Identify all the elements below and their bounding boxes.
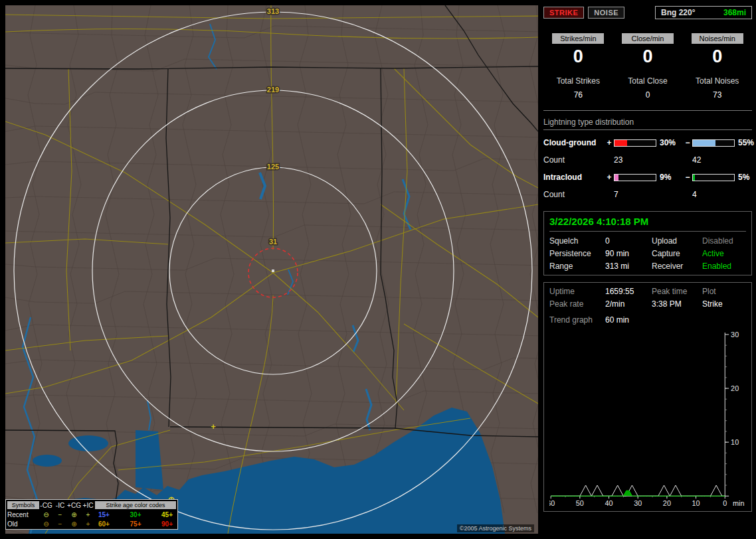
capture-status: Active: [702, 249, 746, 258]
count-label: Count: [543, 190, 605, 199]
minus-sign: −: [683, 138, 692, 147]
age-code: 30+: [130, 511, 142, 518]
legend-age-header: Strike age color codes: [95, 501, 176, 509]
cg-negative-pct: 55%: [735, 138, 752, 147]
pos-cg-icon: ⊕: [67, 511, 81, 518]
lake: [33, 455, 62, 467]
plot-label: Plot: [702, 287, 746, 296]
lake: [68, 435, 108, 451]
neg-ic-icon: −: [53, 511, 67, 518]
bearing-label: Bng 220°: [661, 8, 695, 17]
noise-button[interactable]: NOISE: [588, 7, 624, 19]
plot-value: Strike: [702, 299, 746, 309]
peak-time-value: 3:38 PM: [652, 299, 702, 309]
strike-button[interactable]: STRIKE: [543, 7, 584, 19]
ic-positive-pct: 9%: [656, 173, 683, 182]
svg-text:10: 10: [731, 438, 739, 446]
legend-recent-label: Recent: [7, 511, 39, 518]
svg-text:10: 10: [692, 499, 700, 507]
plus-sign: +: [605, 138, 614, 147]
pos-ic-icon: +: [81, 520, 95, 528]
cloud-ground-label: Cloud-ground: [543, 138, 605, 147]
svg-text:20: 20: [731, 384, 739, 392]
persistence-label: Persistence: [549, 249, 605, 258]
squelch-value: 0: [605, 236, 652, 246]
total-noises-value: 73: [682, 90, 752, 100]
settings-grid: Squelch 0 Upload Disabled Persistence 90…: [549, 236, 746, 271]
rates-row: Strikes/min 0 Close/min 0 Noises/min 0: [543, 33, 752, 67]
legend-old-row: Old ⊖ − ⊕ + 60+ 75+ 90+: [7, 519, 176, 528]
age-code: 75+: [130, 520, 142, 528]
ring-label-219: 219: [267, 86, 279, 94]
ic-negative-count: 4: [692, 190, 735, 199]
strikes-per-min-value: 0: [543, 46, 613, 67]
totals-row: Total Strikes 76 Total Close 0 Total Noi…: [543, 76, 752, 100]
trend-window-value: 60 min: [605, 315, 746, 325]
cg-positive-count: 23: [614, 155, 656, 165]
neg-cg-icon: ⊖: [39, 520, 53, 528]
range-value: 313 mi: [605, 262, 652, 271]
ic-negative-bar: [692, 174, 735, 181]
persistence-value: 90 min: [605, 249, 652, 258]
svg-text:50: 50: [576, 499, 584, 507]
close-per-min-button[interactable]: Close/min: [622, 33, 674, 44]
mode-toggle-row: STRIKE NOISE Bng 220° 368mi: [543, 5, 752, 20]
rate-strikes: Strikes/min 0: [543, 33, 613, 67]
receiver-location-marker: [272, 270, 274, 272]
age-code: 60+: [98, 520, 110, 528]
total-close: Total Close 0: [613, 76, 683, 100]
noises-per-min-button[interactable]: Noises/min: [692, 33, 743, 44]
upload-status: Disabled: [702, 236, 746, 246]
svg-text:30: 30: [731, 331, 739, 339]
status-panel: 3/22/2026 4:10:18 PM Squelch 0 Upload Di…: [543, 211, 752, 275]
legend-type-header: +CG: [67, 502, 81, 509]
ic-negative-pct: 5%: [735, 173, 752, 182]
total-close-value: 0: [613, 90, 683, 100]
count-label: Count: [543, 155, 605, 165]
legend-type-header: -IC: [53, 502, 67, 509]
receiver-status: Enabled: [702, 262, 746, 271]
svg-text:30: 30: [634, 499, 642, 507]
divider: [543, 110, 752, 111]
trend-graph-row: Trend graph 60 min: [549, 315, 746, 325]
age-code: 90+: [161, 520, 173, 528]
rate-close: Close/min 0: [613, 33, 683, 67]
total-strikes: Total Strikes 76: [543, 76, 613, 100]
total-close-label: Total Close: [613, 76, 683, 86]
legend-recent-ages: 15+ 30+ 45+: [95, 511, 176, 518]
peak-time-label: Peak time: [652, 287, 702, 296]
total-noises: Total Noises 73: [682, 76, 752, 100]
copyright-text: ©2005 Astrogenic Systems: [457, 524, 534, 532]
map-panel[interactable]: 313 219 125 31 + ⊕ ⊖ Symbols -CG -IC +CG…: [5, 5, 538, 534]
cg-negative-count: 42: [692, 155, 735, 165]
trend-graph-label: Trend graph: [549, 315, 605, 325]
svg-text:40: 40: [605, 499, 613, 507]
svg-text:min: min: [733, 499, 744, 507]
neg-cg-icon: ⊖: [39, 511, 53, 518]
cloud-ground-row: Cloud-ground + 30% − 55%: [543, 134, 752, 151]
noises-per-min-value: 0: [682, 46, 752, 67]
ic-positive-bar: [614, 174, 656, 181]
strikes-per-min-button[interactable]: Strikes/min: [552, 33, 604, 44]
squelch-label: Squelch: [549, 236, 605, 246]
trend-panel: Uptime 1659:55 Peak time Plot Peak rate …: [543, 282, 752, 512]
receiver-label: Receiver: [652, 262, 702, 271]
uptime-grid: Uptime 1659:55 Peak time Plot Peak rate …: [549, 287, 746, 309]
bearing-value: 368mi: [723, 8, 746, 17]
svg-text:20: 20: [663, 499, 671, 507]
strike-symbol: +: [211, 422, 216, 431]
legend-recent-row: Recent ⊖ − ⊕ + 15+ 30+ 45+: [7, 510, 176, 519]
legend-header-row: Symbols -CG -IC +CG +IC Strike age color…: [7, 501, 176, 510]
ring-label-125: 125: [267, 163, 279, 171]
svg-text:0: 0: [723, 499, 727, 507]
pos-cg-icon: ⊕: [67, 520, 81, 528]
intracloud-count-row: Count 7 4: [543, 186, 752, 203]
trend-graph-chart: 1020306050403020100min: [549, 331, 746, 508]
cloud-ground-count-row: Count 23 42: [543, 151, 752, 169]
total-strikes-label: Total Strikes: [543, 76, 613, 86]
map-canvas[interactable]: 313 219 125 31 + ⊕ ⊖: [5, 5, 538, 534]
legend-old-label: Old: [7, 520, 39, 528]
ic-positive-count: 7: [614, 190, 656, 199]
uptime-label: Uptime: [549, 287, 605, 296]
total-noises-label: Total Noises: [682, 76, 752, 86]
